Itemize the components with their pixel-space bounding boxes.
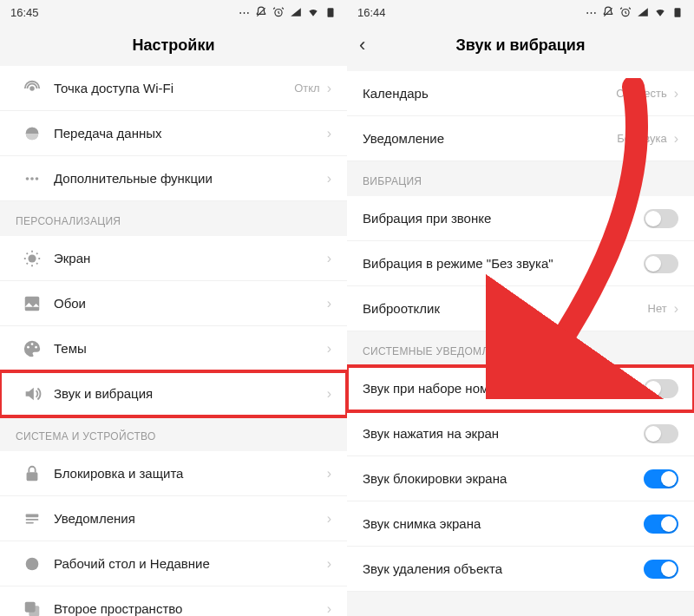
chevron-right-icon: › <box>327 251 331 266</box>
row-value: Нет <box>648 302 667 315</box>
more-icon: ⋯ <box>586 6 597 19</box>
chevron-right-icon: › <box>327 81 331 96</box>
row-value: Откл <box>294 82 320 95</box>
row-delete-sound[interactable]: Звук удаления объекта <box>347 547 694 592</box>
row-wifi-hotspot[interactable]: Точка доступа Wi-Fi Откл › <box>0 66 347 111</box>
row-label: Второе пространство <box>54 601 327 616</box>
row-label: Звук удаления объекта <box>363 561 644 576</box>
mute-icon <box>602 6 614 18</box>
row-label: Календарь <box>363 86 616 101</box>
row-data-usage[interactable]: Передача данных › <box>0 111 347 156</box>
row-tap-sound[interactable]: Звук нажатия на экран <box>347 411 694 456</box>
toggle-vibrate-ring[interactable] <box>644 209 678 228</box>
home-icon <box>21 553 43 575</box>
row-label: Обои <box>54 296 327 311</box>
mute-icon <box>255 6 267 18</box>
signal-icon <box>290 6 302 18</box>
svg-rect-14 <box>26 514 39 517</box>
second-space-icon <box>21 598 43 617</box>
more-icon: ⋯ <box>239 6 250 19</box>
chevron-right-icon: › <box>674 301 678 317</box>
wifi-icon <box>307 6 319 18</box>
toggle-tap-sound[interactable] <box>644 424 678 443</box>
header: ‹ Звук и вибрация <box>347 24 694 66</box>
sound-list: Календарь Свежесть › Уведомление Без зву… <box>347 66 694 616</box>
hotspot-icon <box>21 77 43 100</box>
section-system: СИСТЕМА И УСТРОЙСТВО <box>0 416 347 451</box>
back-button[interactable]: ‹ <box>359 34 365 56</box>
row-notifications[interactable]: Уведомления › <box>0 496 347 541</box>
row-home-recents[interactable]: Рабочий стол и Недавние › <box>0 541 347 587</box>
toggle-screenshot-sound[interactable] <box>644 514 678 534</box>
row-notification-sound[interactable]: Уведомление Без звука › <box>347 116 694 161</box>
status-icons: ⋯ <box>239 6 337 19</box>
notifications-icon <box>21 508 43 530</box>
row-label: Уведомление <box>363 131 617 146</box>
row-wallpaper[interactable]: Обои › <box>0 281 347 326</box>
row-vibrate-silent[interactable]: Вибрация в режиме "Без звука" <box>347 241 694 286</box>
row-screenshot-sound[interactable]: Звук снимка экрана <box>347 501 694 547</box>
row-themes[interactable]: Темы › <box>0 326 347 371</box>
chevron-right-icon: › <box>327 386 331 402</box>
settings-list: Точка доступа Wi-Fi Откл › Передача данн… <box>0 66 347 616</box>
wifi-icon <box>654 6 666 18</box>
row-calendar-sound[interactable]: Календарь Свежесть › <box>347 71 694 116</box>
page-title: Настройки <box>133 36 215 55</box>
row-label: Передача данных <box>54 126 327 141</box>
toggle-delete-sound[interactable] <box>644 560 678 579</box>
alarm-icon <box>272 6 285 18</box>
row-haptic[interactable]: Виброотклик Нет › <box>347 286 694 331</box>
sound-icon <box>21 383 43 405</box>
row-value: Без звука <box>617 132 666 145</box>
toggle-lock-sound[interactable] <box>644 469 678 488</box>
row-lockscreen[interactable]: Блокировка и защита › <box>0 451 347 496</box>
data-icon <box>21 122 43 145</box>
svg-rect-16 <box>26 521 34 523</box>
display-icon <box>21 247 43 270</box>
svg-rect-15 <box>26 519 39 521</box>
row-label: Блокировка и защита <box>54 466 327 481</box>
row-label: Звук при наборе номера <box>363 381 644 396</box>
status-bar: 16:44 ⋯ <box>347 0 694 24</box>
svg-point-17 <box>26 557 39 570</box>
svg-rect-13 <box>27 472 38 481</box>
chevron-right-icon: › <box>327 601 331 617</box>
svg-rect-1 <box>328 8 334 16</box>
svg-point-11 <box>31 343 34 345</box>
row-sound-vibration[interactable]: Звук и вибрация › <box>0 371 347 416</box>
svg-point-8 <box>28 254 36 262</box>
row-label: Экран <box>54 251 327 265</box>
toggle-dial-sound[interactable] <box>644 379 678 398</box>
chevron-right-icon: › <box>327 341 331 357</box>
row-label: Рабочий стол и Недавние <box>54 556 327 571</box>
settings-screen: 16:45 ⋯ Настройки Точка доступа Wi-Fi От… <box>0 0 347 616</box>
row-second-space[interactable]: Второе пространство › <box>0 587 347 616</box>
row-label: Звук блокировки экрана <box>363 471 644 486</box>
row-label: Вибрация при звонке <box>363 211 644 226</box>
row-vibrate-ring[interactable]: Вибрация при звонке <box>347 196 694 241</box>
chevron-right-icon: › <box>674 131 678 147</box>
row-label: Точка доступа Wi-Fi <box>54 81 294 95</box>
battery-icon <box>671 6 684 18</box>
row-label: Виброотклик <box>363 301 648 316</box>
row-label: Темы <box>54 341 327 356</box>
row-display[interactable]: Экран › <box>0 236 347 281</box>
chevron-right-icon: › <box>327 171 331 187</box>
row-more-functions[interactable]: Дополнительные функции › <box>0 156 347 201</box>
page-title: Звук и вибрация <box>456 36 586 55</box>
row-label: Дополнительные функции <box>54 171 327 186</box>
row-label: Вибрация в режиме "Без звука" <box>363 256 644 271</box>
row-lock-sound[interactable]: Звук блокировки экрана <box>347 456 694 501</box>
lock-icon <box>21 462 43 485</box>
svg-point-5 <box>26 177 29 180</box>
toggle-vibrate-silent[interactable] <box>644 254 678 273</box>
section-sysnotif: СИСТЕМНЫЕ УВЕДОМЛЕНИЯ <box>347 331 694 366</box>
row-label: Уведомления <box>54 511 327 526</box>
section-vibration: ВИБРАЦИЯ <box>347 161 694 196</box>
row-value: Свежесть <box>616 87 666 100</box>
row-dial-sound[interactable]: Звук при наборе номера <box>347 366 694 411</box>
chevron-right-icon: › <box>327 126 331 141</box>
more-functions-icon <box>21 167 43 190</box>
status-time: 16:44 <box>357 6 386 19</box>
status-bar: 16:45 ⋯ <box>0 0 347 24</box>
